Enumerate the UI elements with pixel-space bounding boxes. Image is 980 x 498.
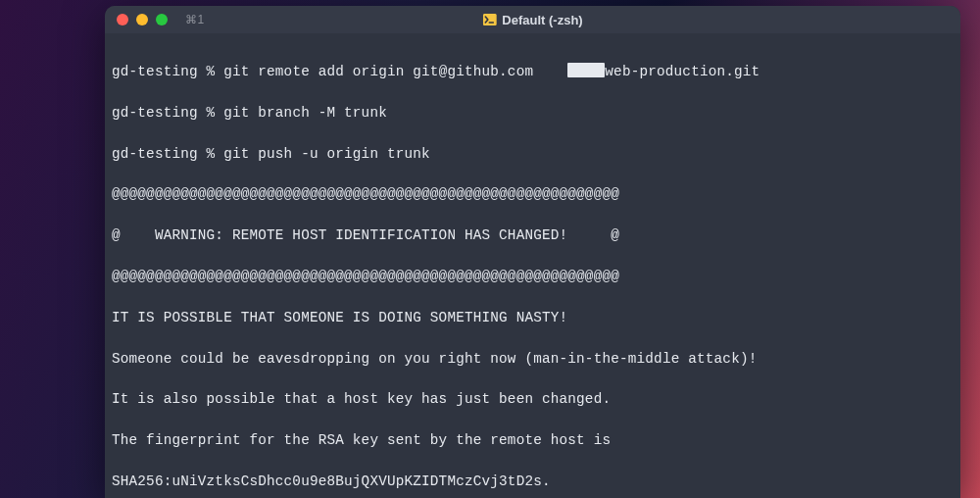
output-line: It is also possible that a host key has … xyxy=(112,389,954,410)
output-line: @@@@@@@@@@@@@@@@@@@@@@@@@@@@@@@@@@@@@@@@… xyxy=(112,184,954,205)
terminal-output[interactable]: gd-testing % git remote add origin git@g… xyxy=(105,33,960,498)
traffic-lights xyxy=(117,14,168,25)
minimize-icon[interactable] xyxy=(136,14,148,25)
redacted-text xyxy=(567,63,605,77)
output-line: gd-testing % git push -u origin trunk xyxy=(112,144,954,165)
maximize-icon[interactable] xyxy=(156,14,168,25)
output-line: @@@@@@@@@@@@@@@@@@@@@@@@@@@@@@@@@@@@@@@@… xyxy=(112,267,954,287)
output-line: IT IS POSSIBLE THAT SOMEONE IS DOING SOM… xyxy=(112,308,954,328)
output-line: @ WARNING: REMOTE HOST IDENTIFICATION HA… xyxy=(112,225,954,246)
output-line: SHA256:uNiVztksCsDhcc0u9e8BujQXVUpKZIDTM… xyxy=(112,472,954,492)
terminal-icon xyxy=(482,14,496,25)
window-title-text: Default (-zsh) xyxy=(502,13,582,27)
output-line: gd-testing % git remote add origin git@g… xyxy=(112,62,954,82)
tab-shortcut-hint: ⌘1 xyxy=(185,13,205,26)
close-icon[interactable] xyxy=(117,14,128,25)
titlebar: ⌘1 Default (-zsh) xyxy=(105,6,960,33)
window-title: Default (-zsh) xyxy=(482,13,582,27)
svg-rect-0 xyxy=(482,14,496,25)
output-line: Someone could be eavesdropping on you ri… xyxy=(112,349,954,370)
terminal-window: ⌘1 Default (-zsh) gd-testing % git remot… xyxy=(105,6,960,498)
output-line: gd-testing % git branch -M trunk xyxy=(112,103,954,124)
output-line: The fingerprint for the RSA key sent by … xyxy=(112,430,954,451)
